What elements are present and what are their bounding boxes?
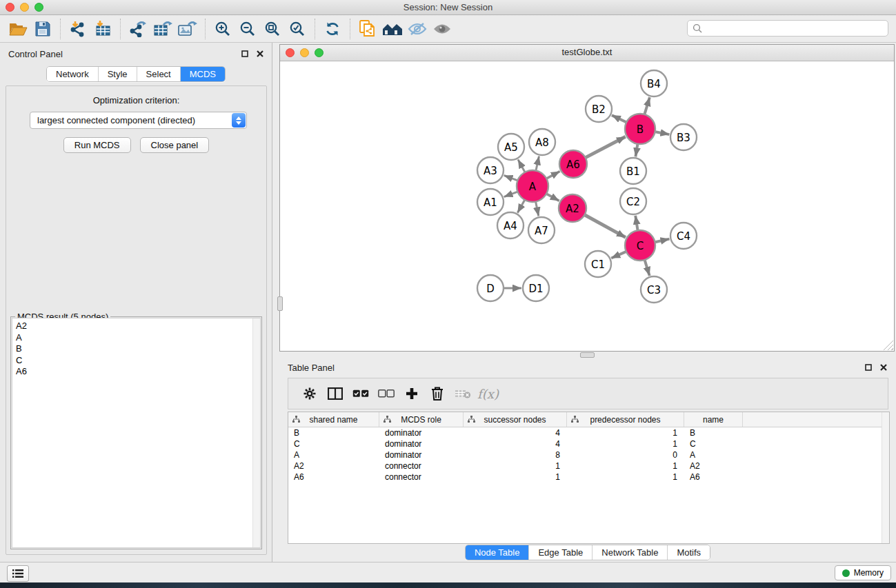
- table-row[interactable]: Bdominator41B: [288, 427, 889, 438]
- mcds-result-item[interactable]: A2: [16, 321, 260, 332]
- table-tab-network-table[interactable]: Network Table: [593, 545, 668, 560]
- graph-node-D1[interactable]: D1: [523, 275, 549, 301]
- graph-edge-A-A7[interactable]: [535, 201, 539, 216]
- export-network-icon[interactable]: [126, 18, 150, 40]
- table-tab-node-table[interactable]: Node Table: [466, 545, 530, 560]
- close-panel-icon[interactable]: [256, 50, 263, 57]
- graph-node-B4[interactable]: B4: [641, 70, 667, 97]
- mcds-result-list[interactable]: A2ABCA6: [12, 318, 261, 548]
- graph-node-A4[interactable]: A4: [497, 212, 524, 239]
- graph-node-B[interactable]: B: [625, 114, 655, 144]
- refresh-view-icon[interactable]: [320, 18, 345, 40]
- mcds-result-item[interactable]: A6: [16, 366, 260, 378]
- graph-edge-A6-B[interactable]: [584, 136, 626, 158]
- graph-edge-B-B2[interactable]: [612, 115, 628, 123]
- zoom-fit-icon[interactable]: [260, 18, 285, 40]
- mcds-result-item[interactable]: B: [16, 343, 260, 355]
- split-panel-icon[interactable]: [322, 382, 348, 405]
- column-header-shared-name[interactable]: shared name: [288, 412, 379, 427]
- network-canvas[interactable]: B4B2BB3A8A5A6A3B1AA1C2A2A4A7C4CC1C3DD1: [280, 61, 894, 351]
- search-field[interactable]: [687, 20, 888, 37]
- graph-edge-C-C2[interactable]: [635, 216, 638, 232]
- deselect-all-rows-icon[interactable]: [373, 382, 399, 405]
- graph-node-B1[interactable]: B1: [620, 158, 646, 184]
- import-network-icon[interactable]: [66, 18, 90, 40]
- graph-node-A[interactable]: A: [517, 170, 548, 202]
- zoom-out-icon[interactable]: [235, 18, 260, 40]
- float-panel-icon[interactable]: [241, 50, 248, 57]
- show-all-icon[interactable]: [430, 18, 455, 40]
- graph-node-C2[interactable]: C2: [620, 188, 646, 214]
- new-network-from-selection-icon[interactable]: [355, 18, 380, 40]
- graph-edge-A-A4[interactable]: [517, 199, 525, 212]
- table-tab-motifs[interactable]: Motifs: [668, 545, 710, 560]
- tab-style[interactable]: Style: [99, 67, 137, 81]
- table-tab-edge-table[interactable]: Edge Table: [529, 545, 593, 560]
- tab-select[interactable]: Select: [137, 67, 181, 81]
- graph-edge-A-A5[interactable]: [518, 159, 526, 173]
- task-history-button[interactable]: [7, 565, 29, 582]
- table-row[interactable]: A2connector11A2: [288, 460, 889, 472]
- graph-edge-C-C1[interactable]: [611, 251, 628, 258]
- table-row[interactable]: Adominator80A: [288, 449, 889, 460]
- float-table-panel-icon[interactable]: [864, 363, 872, 371]
- graph-edge-C-C3[interactable]: [644, 258, 650, 276]
- graph-node-C1[interactable]: C1: [585, 251, 611, 277]
- minimize-network-window-button[interactable]: [300, 48, 309, 57]
- save-session-icon[interactable]: [30, 18, 55, 40]
- export-table-icon[interactable]: [150, 18, 175, 40]
- column-header-mcds-role[interactable]: MCDS role: [379, 412, 464, 427]
- graph-node-B2[interactable]: B2: [586, 96, 612, 122]
- search-input[interactable]: [706, 23, 883, 34]
- graph-node-A6[interactable]: A6: [559, 150, 587, 178]
- table-mode-icon[interactable]: [297, 382, 322, 405]
- graph-node-C3[interactable]: C3: [641, 276, 667, 303]
- function-builder-icon[interactable]: f(x): [475, 382, 501, 405]
- vertical-splitter-handle[interactable]: [277, 296, 283, 311]
- hide-selected-icon[interactable]: [405, 18, 430, 40]
- network-window-titlebar[interactable]: testGlobe.txt: [280, 45, 894, 61]
- criterion-select[interactable]: largest connected component (directed): [30, 112, 247, 129]
- add-column-icon[interactable]: [399, 382, 424, 405]
- column-header-successor-nodes[interactable]: successor nodes: [464, 412, 567, 427]
- column-header-name[interactable]: name: [684, 412, 743, 427]
- delete-column-icon[interactable]: [424, 382, 450, 405]
- graph-node-D[interactable]: D: [477, 275, 504, 301]
- graph-node-A5[interactable]: A5: [498, 134, 524, 160]
- graph-edge-A2-C[interactable]: [584, 214, 626, 238]
- close-network-window-button[interactable]: [286, 48, 295, 57]
- reset-view-icon[interactable]: [380, 18, 405, 40]
- export-image-icon[interactable]: [175, 18, 200, 40]
- run-mcds-button[interactable]: Run MCDS: [63, 137, 131, 153]
- zoom-selected-icon[interactable]: [285, 18, 310, 40]
- graph-node-A2[interactable]: A2: [559, 194, 586, 222]
- graph-edge-A-A3[interactable]: [504, 175, 519, 181]
- table-row[interactable]: Cdominator41C: [288, 438, 889, 449]
- graph-edge-A-A2[interactable]: [545, 193, 559, 201]
- graph-edge-A-A6[interactable]: [546, 172, 560, 180]
- select-all-rows-icon[interactable]: [348, 382, 373, 405]
- mcds-result-item[interactable]: A: [16, 332, 260, 344]
- graph-edge-A-A8[interactable]: [536, 156, 539, 172]
- zoom-in-icon[interactable]: [210, 18, 235, 40]
- graph-node-A3[interactable]: A3: [477, 157, 504, 183]
- graph-node-C4[interactable]: C4: [670, 223, 697, 249]
- mcds-result-item[interactable]: C: [16, 355, 260, 367]
- graph-edge-B-B4[interactable]: [644, 97, 650, 116]
- graph-node-A7[interactable]: A7: [528, 217, 555, 243]
- close-table-panel-icon[interactable]: [879, 363, 887, 371]
- horizontal-splitter-handle[interactable]: [580, 352, 595, 358]
- open-file-icon[interactable]: [6, 18, 30, 40]
- zoom-network-window-button[interactable]: [315, 48, 323, 57]
- table-row[interactable]: A6connector11A6: [288, 472, 889, 483]
- column-header-predecessor-nodes[interactable]: predecessor nodes: [567, 412, 684, 427]
- graph-edge-C-C4[interactable]: [654, 239, 670, 243]
- delete-table-icon[interactable]: [450, 382, 475, 405]
- import-table-icon[interactable]: [90, 18, 115, 40]
- close-panel-button[interactable]: Close panel: [140, 137, 210, 153]
- graph-node-C[interactable]: C: [625, 230, 655, 261]
- tab-mcds[interactable]: MCDS: [181, 67, 225, 81]
- memory-button[interactable]: Memory: [835, 565, 891, 580]
- table-scrollbar[interactable]: [882, 412, 889, 543]
- result-scrollbar[interactable]: [252, 318, 260, 547]
